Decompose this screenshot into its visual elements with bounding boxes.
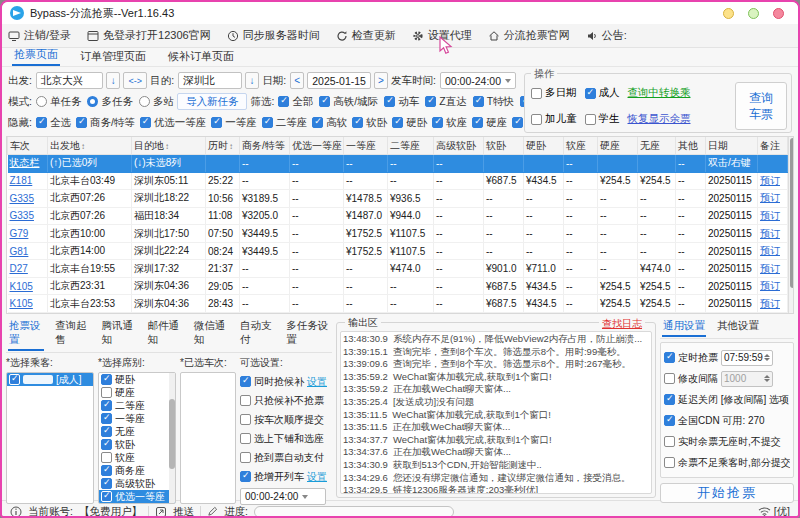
general-settings-tab-1[interactable]: 通用设置	[662, 318, 706, 337]
column-header[interactable]: 硬座	[598, 137, 638, 155]
seat-item[interactable]: 优选一等座	[99, 490, 175, 503]
column-header[interactable]: 软卧	[484, 137, 524, 155]
page-tab-3[interactable]: 候补订单页面	[166, 48, 236, 66]
spinner-icon[interactable]	[764, 354, 770, 361]
filter-check[interactable]: 高铁/城际	[319, 95, 378, 109]
seat-item[interactable]: 二等座	[99, 399, 175, 412]
option-checkbox[interactable]	[240, 452, 251, 463]
book-link[interactable]: 预订	[760, 280, 780, 291]
menu-item-7[interactable]: 公告:	[586, 28, 627, 43]
train-no-link[interactable]: K105	[10, 281, 33, 292]
book-link[interactable]: 预订	[760, 210, 780, 221]
setting-input[interactable]: 07:59:59	[721, 350, 773, 366]
ops-check[interactable]: 学生	[585, 112, 620, 126]
column-header[interactable]: 备注	[758, 137, 788, 155]
checkbox-icon[interactable]	[140, 117, 151, 128]
column-header[interactable]: 优选一等座	[290, 137, 344, 155]
seat-item[interactable]: 高级软卧	[99, 477, 175, 490]
seat-checkbox[interactable]	[101, 413, 112, 424]
hide-check[interactable]: 商务/特等	[76, 116, 135, 130]
train-row[interactable]: Z181北京丰台03:49深圳东05:1125:22----------¥687…	[8, 172, 788, 190]
settings-tab-1[interactable]: 抢票设置	[8, 318, 44, 351]
settings-tab-6[interactable]: 自动支付	[239, 318, 275, 351]
train-row[interactable]: G335北京西07:26福田18:3411:08¥3205.0--¥1487.0…	[8, 207, 788, 225]
mode-radio[interactable]: 多站	[139, 95, 174, 109]
seat-item[interactable]: 软卧	[99, 438, 175, 451]
ops-check[interactable]: 多日期	[531, 86, 577, 100]
hide-check[interactable]: 二等座	[262, 116, 308, 130]
hide-check[interactable]: 优选一等座	[140, 116, 207, 130]
filter-check[interactable]: Z直达	[425, 95, 466, 109]
train-row[interactable]: G81北京西14:00深圳北22:2408:24¥3449.5--¥1752.5…	[8, 242, 788, 260]
swap-stations-button[interactable]: <->	[123, 72, 147, 89]
checkbox-icon[interactable]	[425, 96, 436, 107]
train-row[interactable]: K105北京丰台23:53深圳东04:3628:43----------¥687…	[8, 295, 788, 313]
train-row[interactable]: G79北京西10:00深圳北17:5007:50¥3449.5--¥1752.5…	[8, 225, 788, 243]
from-input[interactable]: 北京大兴	[36, 72, 103, 89]
train-no-link[interactable]: K105	[10, 298, 33, 309]
train-no-link[interactable]: G335	[10, 210, 34, 221]
book-link[interactable]: 预订	[760, 228, 780, 239]
seat-item[interactable]: 一等座	[99, 412, 175, 425]
hide-check[interactable]: 软座	[432, 116, 467, 130]
menu-item-2[interactable]: 免登录打开12306官网	[87, 28, 211, 43]
minimize-button[interactable]	[723, 8, 734, 19]
hide-check[interactable]: 软卧	[352, 116, 387, 130]
settings-tab-2[interactable]: 查询起售	[54, 318, 90, 351]
setting-checkbox[interactable]	[664, 415, 675, 426]
from-dropdown-button[interactable]: ↓	[106, 72, 120, 89]
menu-item-5[interactable]: 设置代理	[412, 28, 472, 43]
column-header[interactable]: 目的地↕	[132, 137, 206, 155]
settings-tab-3[interactable]: 腾讯通知	[100, 318, 136, 351]
start-grab-button[interactable]: 开始抢票	[660, 483, 794, 503]
page-tab-1[interactable]: 抢票页面	[12, 46, 60, 66]
hide-check[interactable]: 硬卧	[392, 116, 427, 130]
option-checkbox[interactable]	[240, 471, 251, 482]
train-no-link[interactable]: Z181	[10, 175, 33, 186]
column-header[interactable]: 日期	[706, 137, 758, 155]
settings-tab-7[interactable]: 多任务设置	[285, 318, 330, 351]
mode-radio[interactable]: 单任务	[36, 95, 82, 109]
sort-icon[interactable]: ↕	[229, 142, 233, 151]
book-link[interactable]: 预订	[760, 192, 780, 203]
option-checkbox[interactable]	[240, 376, 251, 387]
train-no-link[interactable]: G81	[10, 246, 29, 257]
seat-checkbox[interactable]	[101, 387, 112, 398]
option-settings-link[interactable]: 设置	[307, 375, 327, 389]
ops-check[interactable]: 加儿童	[531, 112, 577, 126]
transfer-query-link[interactable]: 查询中转换乘	[628, 86, 691, 100]
checkbox-icon[interactable]	[76, 117, 87, 128]
date-input[interactable]: 2025-01-15	[307, 72, 371, 89]
setting-checkbox[interactable]	[664, 436, 675, 447]
checkbox-icon[interactable]	[473, 96, 484, 107]
close-button[interactable]	[773, 8, 784, 19]
date-prev-button[interactable]: <	[290, 72, 304, 89]
page-tab-2[interactable]: 订单管理页面	[78, 48, 148, 66]
passenger-checkbox[interactable]	[9, 374, 20, 385]
import-task-button[interactable]: 导入新任务	[177, 93, 248, 110]
setting-checkbox[interactable]	[664, 457, 675, 468]
date-next-button[interactable]: >	[374, 72, 388, 89]
seat-item[interactable]: 软座	[99, 451, 175, 464]
menu-item-3[interactable]: 同步服务器时间	[227, 28, 320, 43]
checkbox-icon[interactable]	[585, 114, 596, 125]
seat-scrollbar[interactable]	[169, 373, 175, 503]
setting-input[interactable]: 1000	[721, 371, 773, 387]
restore-tickets-link[interactable]: 恢复显示余票	[628, 112, 691, 126]
ops-check[interactable]: 成人	[585, 86, 620, 100]
push-label[interactable]: 推送	[173, 505, 194, 518]
checkbox-icon[interactable]	[278, 96, 289, 107]
column-header[interactable]: 商务/特等	[240, 137, 290, 155]
checkbox-icon[interactable]	[384, 96, 395, 107]
checkbox-icon[interactable]	[211, 117, 222, 128]
column-header[interactable]: 硬卧	[524, 137, 564, 155]
log-list[interactable]: 13:48:30.9系统内存不足(91%)，降低WebView2内存占用，防止崩…	[340, 331, 652, 494]
radio-icon[interactable]	[36, 96, 47, 107]
seat-checkbox[interactable]	[101, 478, 112, 489]
hide-check[interactable]: 硬座	[472, 116, 507, 130]
seat-checkbox[interactable]	[101, 426, 112, 437]
maximize-button[interactable]	[748, 8, 759, 19]
seat-item[interactable]: 无座	[99, 425, 175, 438]
book-link[interactable]: 预订	[760, 175, 780, 186]
seat-checkbox[interactable]	[101, 465, 112, 476]
